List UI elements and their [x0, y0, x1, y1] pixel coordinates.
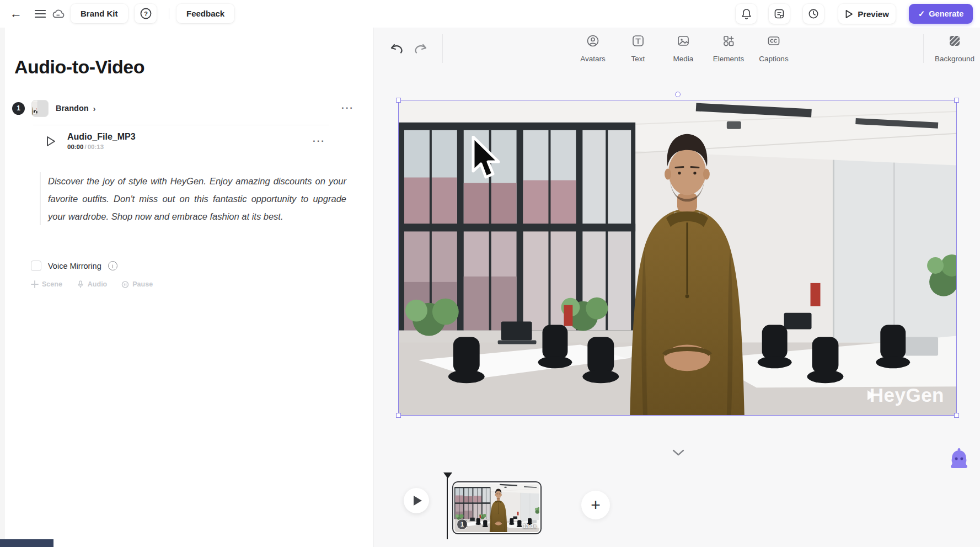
toolbar-divider-left: [442, 34, 443, 63]
voice-mirroring-row: Voice Mirroring i: [31, 261, 117, 271]
background-icon: [948, 34, 961, 47]
audio-more-button[interactable]: ···: [313, 136, 325, 147]
voice-mirroring-checkbox[interactable]: [31, 261, 41, 271]
tool-media[interactable]: Media: [661, 34, 706, 63]
hamburger-icon: [35, 9, 46, 18]
audio-file-row: Audio_File_MP3 00:00/00:13 ···: [33, 125, 329, 157]
video-frame-image: [399, 100, 956, 415]
add-audio-label: Audio: [88, 280, 107, 288]
notifications-button[interactable]: [736, 4, 757, 24]
thumbnail-duration: 13.3s: [523, 523, 537, 529]
assistant-mascot-button[interactable]: [949, 447, 970, 470]
topbar-divider: [169, 8, 169, 19]
tool-avatars-label: Avatars: [580, 55, 606, 63]
audio-current-time: 00:00: [67, 144, 83, 150]
generate-label: Generate: [929, 9, 963, 18]
speaker-more-button[interactable]: ···: [341, 103, 354, 114]
video-progress-bar[interactable]: [0, 539, 53, 547]
feedback-label: Feedback: [186, 9, 224, 18]
thumbnail-scene-badge: 1: [457, 519, 468, 530]
tool-text-label: Text: [631, 55, 645, 63]
add-actions-row: Scene Audio Pause: [31, 280, 153, 288]
bell-icon: [741, 8, 752, 20]
chevron-down-icon: [672, 449, 684, 456]
toolbar-divider-right: [923, 34, 924, 63]
speaker-row[interactable]: 1 Brandon › ···: [12, 98, 354, 118]
plus-icon: +: [591, 496, 601, 514]
playhead-flag: [443, 472, 452, 479]
help-button[interactable]: ?: [135, 4, 157, 23]
video-stage[interactable]: HeyGen: [398, 100, 957, 416]
audio-file-name: Audio_File_MP3: [67, 132, 136, 142]
media-icon: [677, 34, 690, 47]
timeline-playhead[interactable]: [447, 472, 452, 539]
audio-time: 00:00/00:13: [67, 144, 136, 150]
back-button[interactable]: ←: [8, 6, 24, 22]
question-icon: ?: [140, 8, 152, 19]
tool-text[interactable]: Text: [615, 34, 661, 63]
scene-thumbnail-image: 1 13.3s: [454, 484, 539, 532]
play-outline-icon: [845, 9, 853, 19]
text-icon: [631, 34, 645, 47]
tool-background[interactable]: Background: [931, 34, 978, 63]
add-pause-label: Pause: [132, 280, 153, 288]
undo-button[interactable]: [389, 42, 404, 56]
avatars-icon: [586, 34, 599, 47]
history-button[interactable]: [803, 4, 824, 24]
rotate-handle[interactable]: [675, 92, 681, 97]
add-audio-action[interactable]: Audio: [77, 280, 107, 288]
timeline-add-scene-button[interactable]: +: [581, 491, 610, 519]
resize-handle-top-left[interactable]: [396, 98, 401, 103]
audio-play-button[interactable]: [43, 134, 57, 148]
tool-captions-label: Captions: [759, 55, 788, 63]
add-scene-action[interactable]: Scene: [31, 280, 62, 288]
info-icon[interactable]: i: [108, 261, 117, 270]
audio-meta: Audio_File_MP3 00:00/00:13: [67, 132, 136, 150]
play-icon: [414, 496, 422, 506]
time-separator: /: [83, 144, 87, 150]
microphone-icon: [77, 280, 84, 288]
cloud-icon: [52, 9, 65, 19]
timeline-scene-thumbnail[interactable]: 1 13.3s: [452, 481, 542, 534]
svg-text:?: ?: [143, 10, 147, 17]
add-pause-action[interactable]: Pause: [121, 280, 153, 288]
transcript-text[interactable]: Discover the joy of style with HeyGen. E…: [48, 172, 346, 225]
heygen-editor: ← Brand Kit ? Feedback: [0, 0, 980, 547]
timeline-play-button[interactable]: [404, 488, 429, 513]
generate-button[interactable]: ✓ Generate: [909, 4, 973, 24]
voice-mirroring-label: Voice Mirroring: [48, 262, 101, 270]
transcript-block: Discover the joy of style with HeyGen. E…: [40, 172, 346, 225]
resize-handle-bottom-right[interactable]: [954, 413, 959, 418]
timeline-collapse-button[interactable]: [662, 444, 695, 461]
menu-button[interactable]: [33, 7, 47, 20]
tool-elements-label: Elements: [713, 55, 744, 63]
brand-kit-button[interactable]: Brand Kit: [71, 4, 128, 23]
tool-avatars[interactable]: Avatars: [570, 34, 615, 63]
speaker-name: Brandon: [56, 104, 89, 113]
resize-handle-bottom-left[interactable]: [396, 413, 401, 418]
feedback-button[interactable]: Feedback: [176, 4, 234, 23]
tool-background-label: Background: [935, 55, 974, 63]
elements-icon: [722, 34, 735, 47]
redo-button[interactable]: [414, 42, 428, 56]
audio-duration: 00:13: [88, 144, 104, 150]
tool-elements[interactable]: Elements: [706, 34, 751, 63]
panel-scrollbar[interactable]: [0, 28, 5, 547]
page-title: Audio-to-Video: [14, 56, 144, 78]
preview-button[interactable]: Preview: [838, 4, 896, 24]
chevron-right-icon[interactable]: ›: [93, 104, 96, 113]
brand-kit-label: Brand Kit: [81, 9, 118, 18]
undo-redo-group: [389, 42, 428, 56]
captions-icon: [767, 34, 780, 47]
top-bar: ← Brand Kit ? Feedback: [0, 0, 980, 28]
script-panel: Audio-to-Video 1 Brandon › ··· Audio_Fil…: [0, 28, 374, 547]
speaker-avatar: [31, 100, 49, 117]
pause-timer-icon: [121, 280, 129, 288]
check-icon: ✓: [918, 9, 925, 19]
notes-button[interactable]: [769, 4, 790, 24]
watermark: HeyGen: [867, 384, 944, 406]
tool-captions[interactable]: Captions: [751, 34, 796, 63]
canvas-toolbar: Avatars Text Media Elements: [570, 34, 796, 63]
resize-handle-top-right[interactable]: [954, 98, 959, 103]
cloud-status-button[interactable]: [51, 7, 66, 21]
